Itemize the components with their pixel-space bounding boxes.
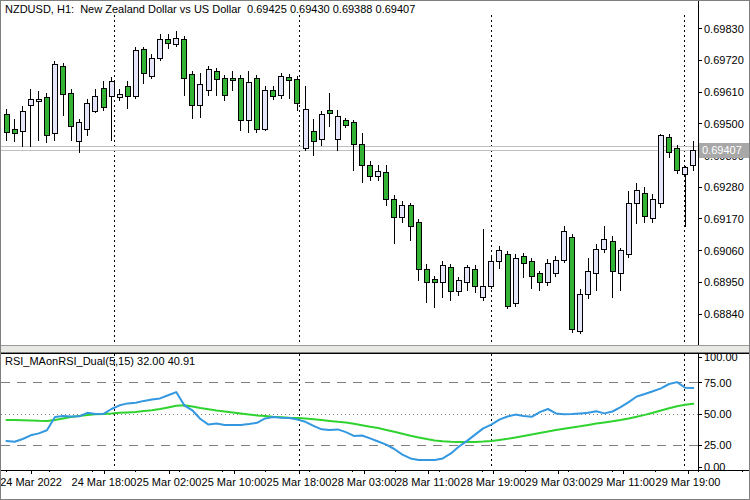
candle	[77, 119, 82, 153]
candle	[481, 229, 486, 301]
rsi-axis[interactable]: 100.0075.0050.0025.000.00	[698, 351, 738, 473]
candle-body	[238, 78, 243, 121]
candle-body	[20, 111, 25, 131]
candle-body	[513, 258, 518, 304]
candle	[263, 86, 268, 131]
price-axis-label: 0.69170	[704, 213, 744, 225]
candle-body	[190, 74, 195, 106]
candle	[529, 258, 534, 289]
candle-body	[158, 39, 163, 58]
candle	[222, 75, 227, 101]
candle	[125, 81, 130, 109]
candle-body	[376, 172, 381, 177]
candle-body	[279, 76, 284, 95]
candles	[4, 31, 696, 334]
candle	[214, 68, 219, 96]
chart-canvas[interactable]: 0.698300.697200.696100.695000.693900.692…	[1, 1, 750, 500]
candle-body	[400, 206, 405, 218]
time-axis[interactable]: 24 Mar 202224 Mar 18:0025 Mar 02:0025 Ma…	[1, 470, 742, 488]
candle	[448, 264, 453, 301]
indicator-label: RSI_MAonRSI_Dual(5,15) 32.00 40.91	[5, 355, 195, 368]
candle	[642, 187, 647, 223]
candle	[182, 36, 187, 96]
candle-body	[392, 200, 397, 218]
price-axis-label: 0.69720	[704, 54, 744, 66]
candle-body	[473, 269, 478, 286]
time-axis-label: 29 Mar 19:00	[656, 476, 721, 488]
candle	[206, 66, 211, 96]
candle-body	[424, 269, 429, 282]
candle	[634, 183, 639, 224]
rsi-fast-line	[7, 382, 694, 460]
candle	[174, 31, 179, 47]
time-axis-label: 25 Mar 02:00	[137, 476, 202, 488]
price-axis-label: 0.68950	[704, 276, 744, 288]
time-axis-label: 28 Mar 19:00	[461, 476, 526, 488]
candle	[618, 248, 623, 291]
candle-body	[529, 261, 534, 276]
candle	[465, 265, 470, 291]
candle	[61, 63, 66, 116]
candle-body	[12, 129, 17, 134]
price-axis-label: 0.69610	[704, 86, 744, 98]
time-axis-label: 24 Mar 2022	[1, 476, 62, 488]
candle-body	[246, 82, 251, 121]
candle	[327, 93, 332, 127]
candle	[545, 259, 550, 286]
time-axis-label: 24 Mar 18:00	[72, 476, 137, 488]
candle-body	[683, 168, 688, 174]
candle-body	[634, 191, 639, 204]
candle	[691, 141, 696, 171]
candle-body	[457, 281, 462, 291]
candle-body	[174, 38, 179, 44]
candle-body	[602, 239, 607, 249]
candle-body	[271, 90, 276, 96]
candle	[85, 99, 90, 136]
candle-body	[489, 261, 494, 286]
candle	[400, 201, 405, 223]
candle-body	[545, 263, 550, 283]
candle-body	[149, 58, 154, 76]
candle-body	[141, 49, 146, 73]
price-lines	[1, 147, 698, 151]
candle	[489, 257, 494, 289]
candle	[432, 276, 437, 308]
candle-body	[125, 86, 130, 96]
candle-body	[295, 79, 300, 103]
chart-title: NZDUSD, H1: New Zealand Dollar vs US Dol…	[5, 3, 415, 16]
candle-body	[109, 81, 114, 96]
price-axis-label: 0.68840	[704, 308, 744, 320]
price-axis-label: 0.69500	[704, 118, 744, 130]
candle-body	[222, 78, 227, 95]
candle	[343, 118, 348, 128]
current-price-tag: 0.69407	[699, 143, 750, 158]
candle	[586, 258, 591, 299]
candle-body	[650, 199, 655, 218]
candle	[457, 277, 462, 296]
candle-body	[263, 90, 268, 129]
price-axis[interactable]: 0.698300.697200.696100.695000.693900.692…	[698, 23, 744, 320]
candle	[93, 89, 98, 113]
candle-body	[133, 50, 138, 96]
candle	[53, 61, 58, 141]
candle-body	[214, 71, 219, 79]
candle-body	[586, 271, 591, 294]
candle-body	[4, 114, 9, 132]
candle-body	[36, 100, 41, 102]
candle	[562, 226, 567, 263]
candle-body	[610, 241, 615, 271]
candle	[392, 195, 397, 244]
candle-body	[69, 93, 74, 126]
candle	[683, 166, 688, 227]
candle	[133, 47, 138, 99]
time-gridlines	[114, 15, 684, 469]
time-axis-label: 29 Mar 11:00	[591, 476, 655, 488]
candle-body	[230, 78, 235, 80]
candle	[376, 165, 381, 181]
chart-window: 0.698300.697200.696100.695000.693900.692…	[0, 0, 750, 500]
panel-divider[interactable]	[1, 345, 750, 353]
candle-body	[77, 123, 82, 141]
candle-body	[101, 89, 106, 107]
candle	[36, 91, 41, 141]
candle-body	[182, 39, 187, 78]
